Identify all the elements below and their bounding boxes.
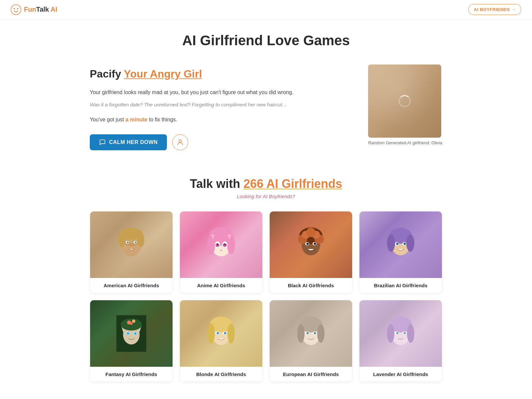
card-american[interactable]: American AI Girlfriends [90,211,173,293]
card-label-fantasy: Fantasy AI Girlfriends [90,367,173,382]
svg-point-37 [306,228,316,237]
hero-desc-main: Your girlfriend looks really mad at you,… [90,88,348,97]
svg-point-73 [317,324,325,343]
card-label-brazilian: Brazilian AI Girlfriends [359,278,442,293]
card-image-european [270,300,352,367]
talk-count-highlight: 266 AI Girlfriends [243,177,342,191]
page-title: AI Girlfriend Love Games [90,33,442,49]
chat-icon [99,139,106,146]
hero-desc-minute: You've got just a minute to fix things. [90,115,348,124]
svg-point-56 [132,320,135,323]
svg-point-12 [127,242,129,243]
person-icon [177,139,184,146]
card-image-anime [180,211,262,278]
talk-section: Talk with 266 AI Girlfriends Looking for… [90,177,442,382]
svg-point-49 [404,243,406,245]
svg-point-80 [387,324,394,343]
hero-heading-highlight: Your Angry Girl [124,68,202,80]
calm-her-down-button[interactable]: CALM HER DOWN [90,134,167,150]
card-image-black [270,211,352,278]
svg-point-48 [396,243,399,245]
svg-point-72 [297,324,305,343]
logo-text: FunTalk AI [24,6,57,13]
hero-image-caption: Random Generated AI girlfriend: Olivia [368,140,442,145]
card-label-american: American AI Girlfriends [90,278,173,293]
hero-image-area: Random Generated AI girlfriend: Olivia [368,65,442,145]
svg-point-65 [227,324,235,343]
card-image-lavender [359,300,442,367]
ai-boyfriends-button[interactable]: AI BOYFRIENDS → [468,4,521,15]
svg-point-0 [11,5,21,15]
svg-point-81 [407,324,414,343]
svg-point-30 [220,250,222,251]
girlfriends-grid-row1: American AI Girlfriends [90,211,442,293]
svg-point-68 [217,332,219,334]
card-brazilian[interactable]: Brazilian AI Girlfriends [359,211,442,293]
svg-point-1 [14,8,15,9]
svg-point-8 [118,232,125,247]
svg-point-84 [396,332,399,334]
minute-highlight: a minute [125,117,147,122]
card-european[interactable]: European AI Girlfriends [269,300,352,382]
svg-point-77 [314,332,316,334]
cta-row: CALM HER DOWN [90,134,348,150]
svg-point-13 [135,242,137,243]
card-lavender[interactable]: Lavender AI Girlfriends [359,300,442,382]
card-image-american [90,211,173,278]
hero-heading: Pacify Your Angry Girl [90,68,348,80]
card-label-anime: Anime AI Girlfriends [180,278,262,293]
svg-point-29 [225,243,226,244]
logo-icon [11,4,21,15]
svg-point-41 [314,243,316,245]
loading-spinner [399,95,411,107]
header: FunTalk AI AI BOYFRIENDS → [0,0,532,19]
card-image-brazilian [359,211,442,278]
card-image-blonde [180,300,262,367]
hero-content: Pacify Your Angry Girl Your girlfriend l… [90,65,348,150]
card-black[interactable]: Black AI Girlfriends [269,211,352,293]
card-fantasy[interactable]: Fantasy AI Girlfriends [90,300,173,382]
svg-point-57 [130,322,133,325]
svg-point-69 [224,332,226,334]
card-label-european: European AI Girlfriends [270,367,352,382]
svg-point-9 [138,232,144,247]
hero-section: Pacify Your Angry Girl Your girlfriend l… [90,65,442,150]
svg-point-64 [207,324,215,343]
svg-point-85 [404,332,406,334]
girlfriends-grid-row2: Fantasy AI Girlfriends [90,300,442,382]
svg-point-44 [387,234,395,252]
svg-point-76 [307,332,309,334]
main-content: AI Girlfriend Love Games Pacify Your Ang… [83,19,449,399]
card-blonde[interactable]: Blonde AI Girlfriends [180,300,263,382]
talk-subtitle[interactable]: Looking for AI Boyfriends? [90,194,442,199]
svg-point-60 [127,332,129,334]
talk-title: Talk with 266 AI Girlfriends [90,177,442,191]
logo[interactable]: FunTalk AI [11,4,57,15]
card-image-fantasy [90,300,173,367]
svg-point-11 [134,241,137,244]
hero-desc-italic: Was it a forgotten date? The unreturned … [90,101,348,109]
svg-point-3 [179,140,181,142]
svg-point-40 [307,243,309,245]
card-label-lavender: Lavender AI Girlfriends [359,367,442,382]
card-label-blonde: Blonde AI Girlfriends [180,367,262,382]
svg-point-10 [126,241,129,244]
svg-point-2 [17,8,18,9]
card-label-black: Black AI Girlfriends [270,278,352,293]
avatar-button[interactable] [172,134,188,150]
card-anime[interactable]: Anime AI Girlfriends [180,211,263,293]
svg-point-45 [406,234,414,252]
hero-image-box [368,65,441,138]
svg-point-61 [134,332,136,334]
svg-point-28 [218,243,219,244]
